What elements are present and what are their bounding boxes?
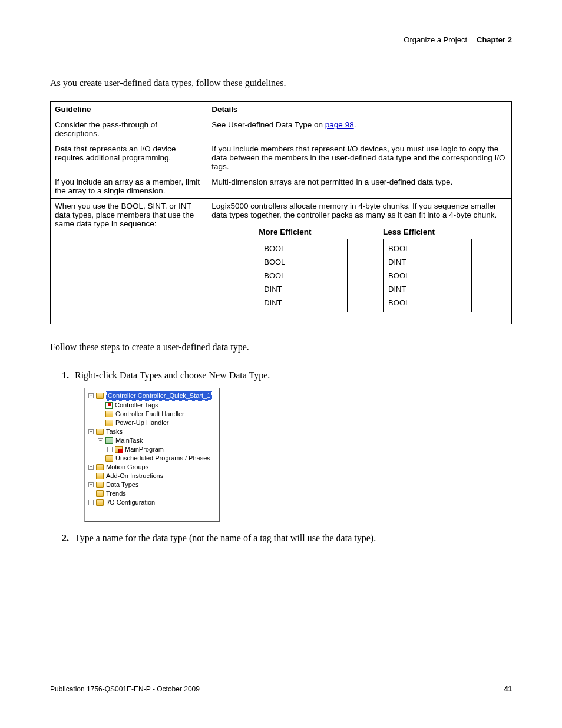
tree-item-maintask[interactable]: − MainTask [87,436,216,445]
tree-item-mainprogram[interactable]: + MainProgram [87,445,216,454]
cell-details: See User-defined Data Type on page 98. [207,117,512,141]
type-item: DINT [388,255,467,269]
type-item: DINT [264,282,342,296]
tree-label: Motion Groups [106,463,148,472]
efficiency-comparison: More Efficient BOOL BOOL BOOL DINT DINT … [259,228,472,312]
tree-item-controller[interactable]: − Controller Controller_Quick_Start_1 [87,391,216,401]
publication-id: Publication 1756-QS001E-EN-P - October 2… [50,685,200,693]
folder-open-icon [96,429,104,435]
folder-open-icon [96,393,104,399]
details-text: See User-defined Data Type on [211,120,325,129]
type-item: DINT [388,282,467,296]
details-text: Logix5000 controllers allocate memory in… [211,202,507,219]
folder-icon [96,464,104,470]
steps-list: 1. Right-click Data Types and choose New… [50,370,512,543]
type-item: DINT [264,296,342,309]
tree-item-controller-tags[interactable]: Controller Tags [87,401,216,410]
tree-label: Data Types [106,480,138,489]
expand-icon[interactable]: + [88,482,94,487]
col-header-details: Details [207,102,512,117]
step-text: Right-click Data Types and choose New Da… [75,370,512,381]
cell-guideline: Consider the pass-through of description… [51,117,207,141]
cell-guideline: When you use the BOOL, SINT, or INT data… [51,199,207,324]
guidelines-table: Guideline Details Consider the pass-thro… [50,101,512,324]
step-number: 1. [50,370,75,381]
step-number: 2. [50,533,75,543]
collapse-icon[interactable]: − [88,429,94,434]
page-link[interactable]: page 98 [325,120,354,129]
type-item: BOOL [388,269,467,282]
tree-label: Controller Fault Handler [115,410,184,419]
type-item: BOOL [264,255,342,269]
folder-icon [96,473,104,479]
program-icon [115,446,123,453]
table-header-row: Guideline Details [51,102,512,117]
type-item: BOOL [388,296,467,309]
tree-label: Add-On Instructions [106,472,163,480]
tree-item-powerup[interactable]: Power-Up Handler [87,419,216,427]
tree-label: Trends [106,489,126,498]
folder-icon [105,420,113,426]
tree-item-fault-handler[interactable]: Controller Fault Handler [87,410,216,419]
tree-label: Controller Tags [115,401,158,410]
table-row: Data that represents an I/O device requi… [51,141,512,174]
collapse-icon[interactable]: − [88,393,94,398]
folder-icon [105,455,113,462]
follow-text: Follow these steps to create a user-defi… [50,342,512,353]
cell-guideline: If you include an array as a member, lim… [51,174,207,199]
expand-icon[interactable]: + [88,465,94,470]
cell-details: Multi-dimension arrays are not permitted… [207,174,512,199]
table-row: Consider the pass-through of description… [51,117,512,141]
more-efficient-title: More Efficient [259,228,348,236]
tree-item-motion[interactable]: + Motion Groups [87,463,216,472]
tree-label: Tasks [106,427,123,436]
tree-label: Controller Controller_Quick_Start_1 [106,391,212,401]
expand-icon[interactable]: + [88,500,94,505]
tags-icon [105,402,113,409]
table-row: If you include an array as a member, lim… [51,174,512,199]
tree-label: Power-Up Handler [115,419,168,427]
collapse-icon[interactable]: − [98,438,103,443]
chapter-label: Chapter 2 [477,35,512,44]
cell-details: If you include members that represent I/… [207,141,512,174]
less-efficient-title: Less Efficient [383,228,472,236]
more-efficient-box: BOOL BOOL BOOL DINT DINT [259,239,348,312]
type-item: BOOL [388,242,467,255]
col-header-guideline: Guideline [51,102,207,117]
tree-label: I/O Configuration [106,498,155,507]
tree-item-addon[interactable]: Add-On Instructions [87,472,216,480]
less-efficient-col: Less Efficient BOOL DINT BOOL DINT BOOL [383,228,472,312]
tree-label: MainProgram [125,445,164,454]
expand-icon[interactable]: + [107,447,113,452]
page-header: Organize a Project Chapter 2 [50,35,512,48]
folder-icon [105,411,113,417]
tree-item-tasks[interactable]: − Tasks [87,427,216,436]
tree-label: Unscheduled Programs / Phases [115,454,210,463]
tree-item-trends[interactable]: Trends [87,489,216,498]
page-number: 41 [504,685,512,693]
type-item: BOOL [264,269,342,282]
project-tree-screenshot: − Controller Controller_Quick_Start_1 Co… [84,388,220,522]
cell-details: Logix5000 controllers allocate memory in… [207,199,512,324]
folder-icon [96,499,104,506]
folder-icon [96,490,104,497]
tree-item-datatypes[interactable]: + Data Types [87,480,216,489]
more-efficient-col: More Efficient BOOL BOOL BOOL DINT DINT [259,228,348,312]
folder-icon [96,482,104,488]
less-efficient-box: BOOL DINT BOOL DINT BOOL [383,239,472,312]
chapter-title: Organize a Project [404,35,467,44]
details-text: . [354,120,356,129]
page-footer: Publication 1756-QS001E-EN-P - October 2… [50,685,512,693]
cell-guideline: Data that represents an I/O device requi… [51,141,207,174]
step-2: 2. Type a name for the data type (not th… [50,533,512,543]
step-1: 1. Right-click Data Types and choose New… [50,370,512,381]
intro-text: As you create user-defined data types, f… [50,78,512,88]
type-item: BOOL [264,242,342,255]
tree-item-ioconfig[interactable]: + I/O Configuration [87,498,216,507]
task-icon [105,437,113,444]
tree-item-unscheduled[interactable]: Unscheduled Programs / Phases [87,454,216,463]
step-text: Type a name for the data type (not the n… [75,533,512,543]
table-row: When you use the BOOL, SINT, or INT data… [51,199,512,324]
tree-label: MainTask [115,436,143,445]
